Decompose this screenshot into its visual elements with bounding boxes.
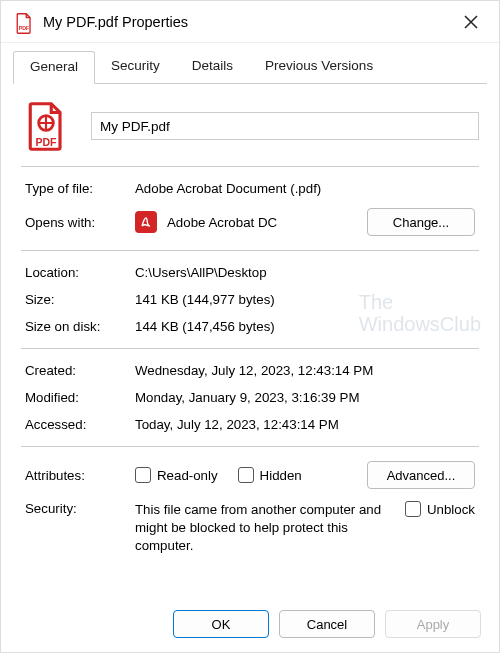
hidden-checkbox[interactable] xyxy=(238,467,254,483)
security-text: This file came from another computer and… xyxy=(135,501,405,555)
properties-dialog: PDF My PDF.pdf Properties General Securi… xyxy=(0,0,500,653)
type-value: Adobe Acrobat Document (.pdf) xyxy=(135,181,475,196)
dialog-buttons: OK Cancel Apply xyxy=(173,610,481,638)
location-label: Location: xyxy=(25,265,135,280)
titlebar: PDF My PDF.pdf Properties xyxy=(1,1,499,43)
readonly-checkbox[interactable] xyxy=(135,467,151,483)
size-on-disk-label: Size on disk: xyxy=(25,319,135,334)
close-button[interactable] xyxy=(457,8,485,36)
modified-value: Monday, January 9, 2023, 3:16:39 PM xyxy=(135,390,475,405)
accessed-label: Accessed: xyxy=(25,417,135,432)
window-title: My PDF.pdf Properties xyxy=(43,14,457,30)
svg-text:PDF: PDF xyxy=(36,136,58,148)
size-value: 141 KB (144,977 bytes) xyxy=(135,292,475,307)
ok-button[interactable]: OK xyxy=(173,610,269,638)
tab-strip: General Security Details Previous Versio… xyxy=(13,51,487,84)
opens-with-label: Opens with: xyxy=(25,215,135,230)
created-label: Created: xyxy=(25,363,135,378)
client-area: General Security Details Previous Versio… xyxy=(1,43,499,577)
hidden-label: Hidden xyxy=(260,468,302,483)
accessed-value: Today, July 12, 2023, 12:43:14 PM xyxy=(135,417,475,432)
svg-text:PDF: PDF xyxy=(19,25,30,31)
cancel-button[interactable]: Cancel xyxy=(279,610,375,638)
type-label: Type of file: xyxy=(25,181,135,196)
location-value: C:\Users\AllP\Desktop xyxy=(135,265,475,280)
created-value: Wednesday, July 12, 2023, 12:43:14 PM xyxy=(135,363,475,378)
size-on-disk-value: 144 KB (147,456 bytes) xyxy=(135,319,475,334)
readonly-label: Read-only xyxy=(157,468,218,483)
tab-security[interactable]: Security xyxy=(95,51,176,83)
unblock-label: Unblock xyxy=(427,502,475,517)
acrobat-icon xyxy=(135,211,157,233)
size-label: Size: xyxy=(25,292,135,307)
security-label: Security: xyxy=(25,501,135,516)
change-button[interactable]: Change... xyxy=(367,208,475,236)
pdf-icon: PDF xyxy=(15,13,33,31)
pdf-file-icon: PDF xyxy=(25,102,67,150)
close-icon xyxy=(464,15,478,29)
tab-general[interactable]: General xyxy=(13,51,95,84)
readonly-checkbox-wrap[interactable]: Read-only xyxy=(135,467,218,483)
modified-label: Modified: xyxy=(25,390,135,405)
general-panel: PDF Type of file: Adobe Acrobat Document… xyxy=(13,84,487,577)
tab-previous-versions[interactable]: Previous Versions xyxy=(249,51,389,83)
hidden-checkbox-wrap[interactable]: Hidden xyxy=(238,467,302,483)
filename-input[interactable] xyxy=(91,112,479,140)
opens-with-value: Adobe Acrobat DC xyxy=(167,215,277,230)
file-header: PDF xyxy=(21,98,479,166)
unblock-checkbox[interactable] xyxy=(405,501,421,517)
advanced-button[interactable]: Advanced... xyxy=(367,461,475,489)
unblock-checkbox-wrap[interactable]: Unblock xyxy=(405,501,475,517)
attributes-label: Attributes: xyxy=(25,468,135,483)
tab-details[interactable]: Details xyxy=(176,51,249,83)
apply-button[interactable]: Apply xyxy=(385,610,481,638)
